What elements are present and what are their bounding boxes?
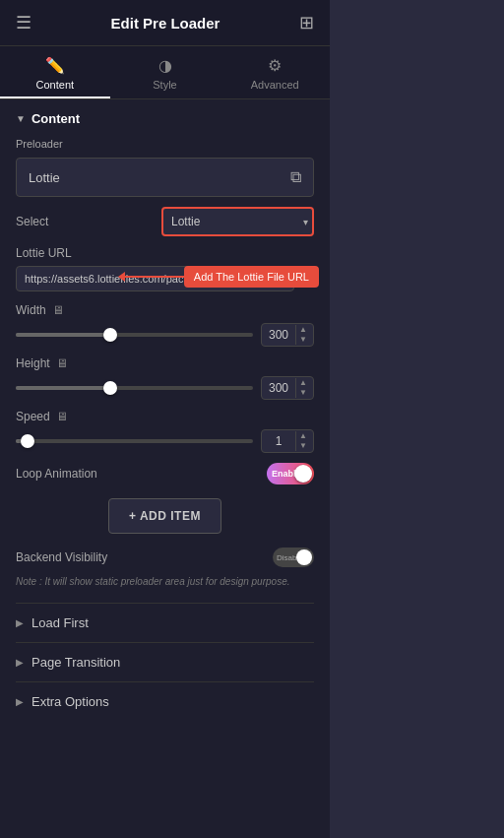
- width-label: Width: [16, 303, 46, 317]
- width-slider-fill: [16, 333, 110, 337]
- url-label: Lottie URL: [16, 246, 314, 260]
- select-label: Select: [16, 215, 75, 228]
- select-row: Select Lottie Image Custom ▾: [16, 207, 314, 236]
- tab-bar: ✏️ Content ◑ Style ⚙ Advanced: [0, 46, 330, 99]
- backend-visibility-label: Backend Visibility: [16, 550, 107, 564]
- height-slider-fill: [16, 386, 110, 390]
- width-slider-row: ▲ ▼: [16, 323, 314, 347]
- speed-spinners: ▲ ▼: [295, 431, 310, 451]
- content-area: ▼ Content Preloader Lottie ⧉ Select Lott…: [0, 99, 330, 838]
- tab-style-label: Style: [153, 79, 176, 91]
- tab-content[interactable]: ✏️ Content: [0, 46, 110, 98]
- loop-animation-row: Loop Animation Enable: [16, 463, 314, 484]
- backend-visibility-row: Backend Visibility Disable: [16, 548, 314, 567]
- speed-slider-row: ▲ ▼: [16, 429, 314, 453]
- monitor-icon-height: 🖥: [56, 356, 68, 370]
- height-spinners: ▲ ▼: [295, 378, 310, 398]
- height-number-input[interactable]: [262, 377, 295, 399]
- width-number-input[interactable]: [262, 324, 295, 346]
- speed-section: Speed 🖥 ▲ ▼: [16, 410, 314, 453]
- lottie-box: Lottie ⧉: [16, 158, 314, 197]
- speed-number-input[interactable]: [262, 430, 295, 452]
- width-number-input-wrapper: ▲ ▼: [261, 323, 314, 347]
- gear-icon: ⚙: [268, 56, 282, 75]
- lottie-box-label: Lottie: [29, 170, 60, 185]
- tab-style[interactable]: ◑ Style: [110, 46, 220, 98]
- loop-toggle-thumb: [294, 465, 312, 483]
- note-text: Note : It will show static preloader are…: [16, 575, 314, 589]
- extra-options-label: Extra Options: [32, 694, 109, 709]
- speed-header: Speed 🖥: [16, 410, 314, 423]
- width-spinner-down[interactable]: ▼: [296, 335, 310, 345]
- page-transition-header[interactable]: ▶ Page Transition: [16, 655, 314, 670]
- width-slider-thumb[interactable]: [103, 328, 117, 342]
- backend-toggle-thumb: [296, 549, 312, 565]
- page-transition-section: ▶ Page Transition: [16, 642, 314, 681]
- add-item-button[interactable]: + ADD ITEM: [108, 498, 221, 534]
- pencil-icon: ✏️: [45, 56, 65, 75]
- monitor-icon-speed: 🖥: [56, 410, 68, 423]
- section-arrow-icon: ▼: [16, 113, 26, 124]
- speed-spinner-up[interactable]: ▲: [296, 431, 310, 441]
- width-section: Width 🖥 ▲ ▼: [16, 303, 314, 347]
- lottie-url-input[interactable]: [16, 266, 294, 291]
- url-row: ⚙: [16, 266, 314, 291]
- load-first-header[interactable]: ▶ Load First: [16, 615, 314, 630]
- height-spinner-up[interactable]: ▲: [296, 378, 310, 388]
- load-first-section: ▶ Load First: [16, 603, 314, 642]
- copy-icon[interactable]: ⧉: [290, 168, 301, 186]
- width-slider-track[interactable]: [16, 333, 253, 337]
- height-slider-track[interactable]: [16, 386, 253, 390]
- extra-options-header[interactable]: ▶ Extra Options: [16, 694, 314, 709]
- loop-toggle-wrapper: Enable: [267, 463, 314, 484]
- speed-slider-thumb[interactable]: [21, 434, 34, 448]
- select-wrapper: Lottie Image Custom ▾: [161, 207, 314, 236]
- height-slider-thumb[interactable]: [103, 381, 117, 395]
- load-first-label: Load First: [32, 615, 89, 630]
- right-area: [330, 0, 504, 838]
- tab-advanced-label: Advanced: [251, 79, 299, 91]
- load-first-arrow-icon: ▶: [16, 617, 24, 628]
- speed-slider-track[interactable]: [16, 439, 253, 443]
- height-section: Height 🖥 ▲ ▼: [16, 356, 314, 400]
- page-transition-arrow-icon: ▶: [16, 657, 24, 668]
- width-spinner-up[interactable]: ▲: [296, 325, 310, 335]
- grid-icon[interactable]: ⊞: [299, 12, 314, 33]
- backend-toggle[interactable]: Disable: [273, 548, 314, 567]
- lottie-select[interactable]: Lottie Image Custom: [161, 207, 314, 236]
- speed-spinner-down[interactable]: ▼: [296, 441, 310, 451]
- tab-advanced[interactable]: ⚙ Advanced: [220, 46, 330, 98]
- panel-header: ☰ Edit Pre Loader ⊞: [0, 0, 330, 46]
- page-transition-label: Page Transition: [32, 655, 120, 670]
- height-number-input-wrapper: ▲ ▼: [261, 376, 314, 400]
- loop-animation-label: Loop Animation: [16, 467, 97, 481]
- speed-label: Speed: [16, 410, 50, 423]
- height-header: Height 🖥: [16, 356, 314, 370]
- section-title: Content: [32, 111, 80, 126]
- height-slider-row: ▲ ▼: [16, 376, 314, 400]
- width-spinners: ▲ ▼: [295, 325, 310, 345]
- section-header-content[interactable]: ▼ Content: [16, 111, 314, 126]
- preloader-label: Preloader: [16, 138, 314, 150]
- header-title: Edit Pre Loader: [111, 15, 220, 32]
- width-header: Width 🖥: [16, 303, 314, 317]
- settings-icon[interactable]: ⚙: [300, 270, 314, 289]
- style-icon: ◑: [158, 56, 172, 75]
- height-spinner-down[interactable]: ▼: [296, 388, 310, 398]
- loop-toggle[interactable]: Enable: [267, 463, 314, 484]
- speed-number-input-wrapper: ▲ ▼: [261, 429, 314, 453]
- height-label: Height: [16, 356, 50, 370]
- monitor-icon-width: 🖥: [52, 303, 64, 317]
- extra-options-section: ▶ Extra Options: [16, 681, 314, 721]
- tab-content-label: Content: [36, 79, 75, 91]
- extra-options-arrow-icon: ▶: [16, 696, 24, 707]
- hamburger-icon[interactable]: ☰: [16, 12, 32, 33]
